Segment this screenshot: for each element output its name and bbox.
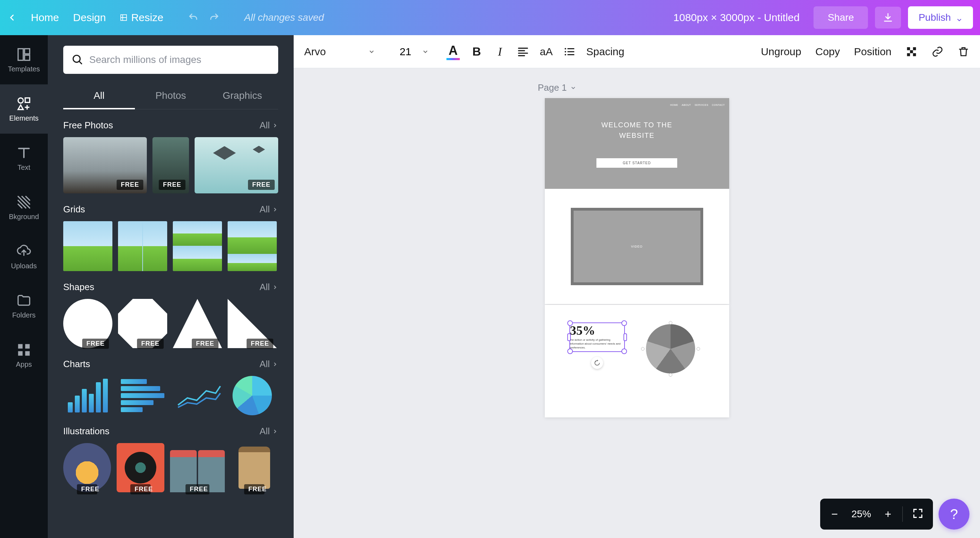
see-all-link[interactable]: All <box>259 426 278 437</box>
spacing-button[interactable]: Spacing <box>586 46 624 57</box>
hero-nav-item: SERVICES <box>694 104 708 106</box>
link-button[interactable] <box>932 46 943 57</box>
bold-button[interactable]: B <box>470 45 483 58</box>
illustration-thumbnail[interactable]: FREE <box>231 443 278 492</box>
selection-handle[interactable] <box>567 348 573 354</box>
shape-thumbnails-row: FREE FREE FREE FREE <box>63 299 278 348</box>
see-all-link[interactable]: All <box>259 120 278 131</box>
pie-chart-thumbnail[interactable] <box>231 376 273 415</box>
design-page[interactable]: HOME ABOUT SERVICES CONTACT WELCOME TO T… <box>545 98 729 304</box>
zoom-value[interactable]: 25% <box>849 508 873 520</box>
nav-uploads-label: Uploads <box>11 262 37 270</box>
svg-rect-14 <box>907 47 910 50</box>
selection-handle[interactable] <box>621 320 627 326</box>
font-name: Arvo <box>304 46 326 57</box>
svg-point-4 <box>18 98 24 103</box>
tab-all[interactable]: All <box>63 82 135 109</box>
grid-thumbnail[interactable] <box>118 221 167 271</box>
grid-thumbnails-row <box>63 221 278 271</box>
nav-elements[interactable]: Elements <box>0 85 48 134</box>
list-button[interactable] <box>563 45 576 58</box>
stats-section[interactable]: 35% the action or activity of gathering … <box>545 305 729 417</box>
transparency-button[interactable] <box>905 46 918 57</box>
selection-handle[interactable] <box>567 320 573 326</box>
line-chart-thumbnail[interactable] <box>173 376 226 415</box>
nav-background[interactable]: Bkground <box>0 183 48 232</box>
home-link[interactable]: Home <box>31 11 59 24</box>
search-input[interactable] <box>89 54 270 65</box>
shape-octagon-thumbnail[interactable]: FREE <box>118 299 167 348</box>
chart-handle[interactable] <box>669 373 672 377</box>
search-icon <box>72 54 84 66</box>
nav-uploads[interactable]: Uploads <box>0 232 48 281</box>
font-dropdown[interactable]: Arvo <box>304 46 375 57</box>
see-all-link[interactable]: All <box>259 204 278 215</box>
elements-icon <box>16 96 32 112</box>
back-chevron-icon[interactable] <box>7 13 17 22</box>
grid-thumbnail[interactable] <box>63 221 112 271</box>
zoom-in-button[interactable]: + <box>883 508 893 521</box>
uppercase-button[interactable]: aA <box>540 45 552 58</box>
shape-right-triangle-thumbnail[interactable]: FREE <box>228 299 277 348</box>
position-button[interactable]: Position <box>854 46 891 57</box>
undo-icon[interactable] <box>188 12 199 23</box>
nav-templates[interactable]: Templates <box>0 35 48 85</box>
photo-thumbnail[interactable]: FREE <box>63 137 147 193</box>
text-color-button[interactable]: A <box>447 43 460 60</box>
photo-thumbnail[interactable]: FREE <box>153 137 189 193</box>
see-all-link[interactable]: All <box>259 282 278 292</box>
tab-graphics[interactable]: Graphics <box>207 82 278 109</box>
resize-button[interactable]: Resize <box>120 11 163 24</box>
rotate-handle[interactable] <box>591 357 603 369</box>
photo-thumbnail[interactable]: FREE <box>195 137 278 193</box>
publish-button[interactable]: Publish <box>908 6 973 29</box>
bar-chart-thumbnail[interactable] <box>63 376 112 415</box>
help-button[interactable]: ? <box>939 499 969 530</box>
pie-chart-element[interactable] <box>643 322 698 375</box>
download-button[interactable] <box>875 7 901 29</box>
shape-circle-thumbnail[interactable]: FREE <box>63 299 112 348</box>
copy-button[interactable]: Copy <box>815 46 840 57</box>
nav-folders[interactable]: Folders <box>0 281 48 330</box>
selection-handle[interactable] <box>621 348 627 354</box>
selected-text-element[interactable]: 35% the action or activity of gathering … <box>570 322 625 352</box>
page-indicator[interactable]: Page 1 <box>538 82 576 93</box>
zoom-out-button[interactable]: − <box>829 508 840 521</box>
nav-folders-label: Folders <box>12 311 36 319</box>
tab-photos[interactable]: Photos <box>135 82 207 109</box>
section-title: Free Photos <box>63 120 113 131</box>
rotate-icon <box>593 359 601 366</box>
chart-handle[interactable] <box>669 321 672 324</box>
share-button[interactable]: Share <box>813 6 868 29</box>
chevron-right-icon <box>272 122 278 129</box>
all-label: All <box>259 426 270 437</box>
canvas-viewport[interactable]: Page 1 HOME ABOUT SERVICES CONTACT WELCO… <box>294 68 980 538</box>
ungroup-button[interactable]: Ungroup <box>761 46 801 57</box>
document-title[interactable]: 1080px × 3000px - Untitled <box>673 11 799 24</box>
delete-button[interactable] <box>958 46 969 57</box>
selection-handle[interactable] <box>624 334 627 341</box>
align-left-icon <box>517 46 529 57</box>
nav-apps[interactable]: Apps <box>0 330 48 380</box>
chart-handle[interactable] <box>641 347 644 351</box>
design-link[interactable]: Design <box>73 11 106 24</box>
grid-thumbnail[interactable] <box>228 221 277 271</box>
align-button[interactable] <box>517 45 529 58</box>
illustration-thumbnail[interactable]: FREE <box>117 443 164 492</box>
chart-handle[interactable] <box>697 347 700 351</box>
fullscreen-button[interactable] <box>912 508 924 521</box>
redo-icon[interactable] <box>209 12 220 23</box>
illustration-thumbnail[interactable]: FREE <box>63 443 111 492</box>
search-field[interactable] <box>63 46 278 74</box>
font-size-dropdown[interactable]: 21 <box>400 46 429 57</box>
see-all-link[interactable]: All <box>259 359 278 370</box>
illustration-thumbnail[interactable]: FREE <box>170 443 225 492</box>
selection-handle[interactable] <box>567 334 571 341</box>
grid-thumbnail[interactable] <box>173 221 222 271</box>
svg-rect-17 <box>907 53 910 56</box>
horizontal-bar-chart-thumbnail[interactable] <box>118 376 167 415</box>
hero-cta: GET STARTED <box>597 158 677 168</box>
shape-triangle-thumbnail[interactable]: FREE <box>173 299 222 348</box>
italic-button[interactable]: I <box>493 45 506 58</box>
nav-text[interactable]: Text <box>0 134 48 183</box>
